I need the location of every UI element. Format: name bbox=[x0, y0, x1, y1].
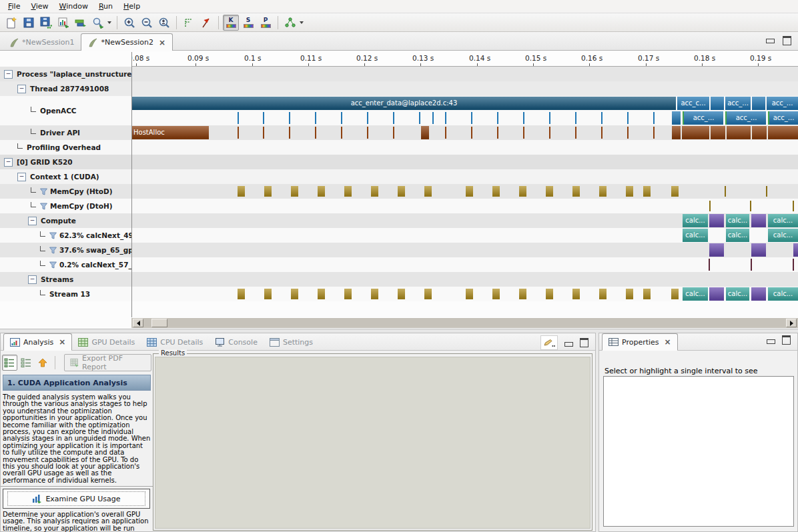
dropdown-caret-icon[interactable] bbox=[107, 21, 111, 26]
collapse-toggle-icon[interactable]: − bbox=[4, 158, 13, 167]
memcpy-interval[interactable] bbox=[398, 289, 405, 299]
memcpy-interval[interactable] bbox=[466, 289, 473, 299]
tab-console[interactable]: Console bbox=[209, 334, 264, 350]
openacc-interval[interactable] bbox=[497, 112, 498, 124]
zoom-in-icon[interactable] bbox=[121, 15, 137, 31]
driver-api-interval[interactable] bbox=[523, 127, 524, 139]
memcpy-interval[interactable] bbox=[546, 289, 553, 299]
memcpy-interval[interactable] bbox=[725, 186, 726, 197]
driver-api-interval[interactable] bbox=[549, 127, 550, 139]
openacc-interval[interactable] bbox=[315, 112, 316, 124]
stream-color-icon[interactable]: S bbox=[240, 15, 256, 31]
collapse-toggle-icon[interactable]: − bbox=[28, 217, 37, 225]
guided-analysis-icon[interactable] bbox=[2, 355, 17, 371]
driver-api-interval[interactable] bbox=[289, 127, 290, 139]
openacc-interval[interactable] bbox=[575, 112, 576, 124]
flag-icon[interactable] bbox=[198, 15, 214, 31]
editor-tab-newsession2[interactable]: *NewSession2× bbox=[81, 33, 173, 51]
mark-timeline-icon[interactable] bbox=[181, 15, 197, 31]
memcpy-interval[interactable] bbox=[492, 289, 500, 299]
kernel-interval[interactable]: calc... bbox=[768, 287, 798, 301]
editor-tab-newsession1[interactable]: *NewSession1 bbox=[3, 34, 81, 51]
memcpy-interval[interactable] bbox=[264, 186, 272, 197]
memcpy-interval[interactable] bbox=[643, 186, 651, 197]
tab-properties[interactable]: Properties × bbox=[602, 333, 678, 351]
run-analysis-icon[interactable] bbox=[90, 15, 106, 31]
openacc-interval[interactable]: acc_... bbox=[725, 97, 751, 110]
dropdown-caret-icon[interactable] bbox=[300, 21, 304, 26]
kernel-interval[interactable] bbox=[709, 243, 724, 257]
openacc-interval[interactable] bbox=[523, 112, 524, 124]
close-icon[interactable]: × bbox=[59, 339, 65, 345]
kernel-interval[interactable] bbox=[793, 259, 794, 271]
memcpy-interval[interactable] bbox=[318, 289, 325, 299]
openacc-interval[interactable]: acc_... bbox=[768, 111, 798, 125]
maximize-icon[interactable] bbox=[580, 338, 588, 347]
process-color-icon[interactable]: P bbox=[258, 15, 274, 31]
openacc-interval[interactable] bbox=[367, 112, 368, 124]
openacc-interval[interactable]: acc_... bbox=[725, 111, 766, 125]
menu-file[interactable]: File bbox=[3, 1, 25, 12]
kernel-interval[interactable]: calc... bbox=[768, 214, 798, 227]
horizontal-scrollbar[interactable] bbox=[131, 317, 798, 328]
kernel-color-icon[interactable]: K bbox=[223, 15, 239, 31]
memcpy-interval[interactable] bbox=[572, 186, 580, 197]
openacc-interval[interactable]: acc_... bbox=[683, 111, 723, 125]
collapse-toggle-icon[interactable]: − bbox=[4, 70, 13, 79]
memcpy-interval[interactable] bbox=[793, 201, 794, 211]
tree-row-streams[interactable]: −Streams bbox=[0, 272, 131, 287]
kernel-interval[interactable]: calc... bbox=[683, 287, 708, 301]
tree-row-process[interactable]: −Process "laplace_unstructured" (1... bbox=[0, 67, 131, 81]
kernel-interval[interactable] bbox=[709, 287, 724, 301]
kernel-interval[interactable]: calc... bbox=[726, 287, 749, 301]
memcpy-interval[interactable] bbox=[626, 186, 633, 197]
close-icon[interactable]: × bbox=[665, 339, 671, 345]
tree-row-compute[interactable]: −Compute bbox=[0, 213, 131, 228]
tree-row-stream13[interactable]: Stream 13 bbox=[0, 287, 131, 301]
memcpy-interval[interactable] bbox=[599, 186, 607, 197]
openacc-interval[interactable] bbox=[341, 112, 342, 124]
driver-api-interval[interactable] bbox=[653, 127, 655, 139]
driver-api-interval[interactable] bbox=[341, 127, 342, 139]
collapse-toggle-icon[interactable]: − bbox=[17, 85, 26, 93]
kernel-interval[interactable]: calc... bbox=[726, 229, 749, 242]
menu-window[interactable]: Window bbox=[54, 1, 93, 12]
tree-row-thread[interactable]: −Thread 2877491008 bbox=[0, 81, 131, 96]
memcpy-interval[interactable] bbox=[709, 201, 711, 211]
tab-settings[interactable]: Settings bbox=[264, 334, 319, 350]
memcpy-interval[interactable] bbox=[599, 289, 607, 299]
zoom-out-icon[interactable] bbox=[139, 15, 155, 31]
driver-api-interval[interactable] bbox=[367, 127, 368, 139]
minimize-icon[interactable] bbox=[767, 339, 775, 344]
memcpy-interval[interactable] bbox=[238, 186, 245, 197]
system-timeline-icon[interactable] bbox=[73, 15, 89, 31]
memcpy-interval[interactable] bbox=[424, 186, 432, 197]
unguided-analysis-icon[interactable] bbox=[19, 355, 34, 371]
openacc-interval[interactable] bbox=[393, 112, 394, 124]
openacc-interval[interactable]: acc_enter_data@laplace2d.c:43 bbox=[132, 97, 676, 110]
memcpy-interval[interactable] bbox=[291, 289, 298, 299]
memcpy-interval[interactable] bbox=[371, 186, 378, 197]
openacc-interval[interactable]: acc_... bbox=[767, 97, 798, 110]
menu-help[interactable]: Help bbox=[118, 1, 145, 12]
driver-api-interval[interactable] bbox=[445, 127, 446, 139]
openacc-interval[interactable] bbox=[432, 112, 434, 124]
memcpy-interval[interactable] bbox=[519, 186, 526, 197]
kernel-interval[interactable]: calc... bbox=[726, 214, 749, 227]
driver-api-interval[interactable] bbox=[601, 127, 603, 139]
openacc-interval[interactable] bbox=[471, 112, 472, 124]
memcpy-interval[interactable] bbox=[238, 289, 245, 299]
openacc-interval[interactable]: acc_c... bbox=[677, 97, 709, 110]
driver-api-interval[interactable] bbox=[238, 127, 239, 139]
tree-row-kernel-calcnext57[interactable]: 0.2% calcNext_57_g... bbox=[0, 257, 131, 272]
memcpy-interval[interactable] bbox=[492, 186, 500, 197]
openacc-interval[interactable] bbox=[263, 112, 264, 124]
memcpy-interval[interactable] bbox=[264, 289, 272, 299]
driver-api-interval[interactable] bbox=[421, 126, 429, 139]
memcpy-interval[interactable] bbox=[572, 289, 580, 299]
minimize-icon[interactable] bbox=[564, 342, 573, 347]
driver-api-interval[interactable] bbox=[393, 127, 394, 139]
maximize-icon[interactable] bbox=[783, 36, 791, 45]
memcpy-interval[interactable] bbox=[626, 289, 633, 299]
memcpy-interval[interactable] bbox=[424, 289, 432, 299]
